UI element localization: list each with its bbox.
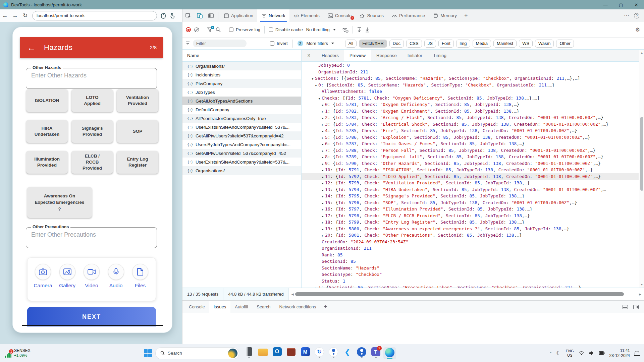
wifi-icon[interactable] [579,351,584,355]
hazard-button[interactable]: HIRA Undertaken [26,120,68,143]
request-row[interactable]: {:}All?contractorCompaniesOnly=true [182,114,301,123]
expand-arrow-icon[interactable]: ▶ [314,285,318,288]
hidden-icons-chevron[interactable]: ^ [550,351,551,355]
files-button[interactable]: Files [129,264,151,301]
chip-img[interactable]: Img [456,40,470,48]
hazard-button[interactable]: Entry Log Register [117,151,158,174]
add-tab-icon[interactable]: + [461,9,471,22]
json-line[interactable]: ▶3: {Id: 5784, Check: "Electrical Shock"… [302,121,639,128]
preview-tab-preview[interactable]: Preview [344,50,371,61]
chip-font[interactable]: Font [438,40,454,48]
json-line[interactable]: ▶16: {Id: 5797, Check: "Illumination Pro… [302,206,639,213]
do-not-disturb-icon[interactable]: ☾ [556,350,561,356]
json-line[interactable]: AllowAttachments: false [302,88,639,95]
tab-console[interactable]: Console✕ [324,9,356,22]
preview-vertical-scrollbar[interactable]: ▲ ▼ [639,50,644,288]
scrollbar-thumb[interactable] [640,117,643,191]
teams-icon[interactable]: T1 [371,347,380,356]
request-row[interactable]: {:}GetAllJobTypesAndSections [182,97,301,105]
request-row[interactable]: {:}UsersByJobTypesAndCompany?companyId=.… [182,140,301,149]
stocks-widget[interactable]: 1 SENSEX +1.09% [0,348,67,358]
json-line[interactable]: ▶19: {Id: 5800, Check: "Awareness on exp… [302,226,639,232]
throttling-dropdown[interactable]: No throttling [306,27,330,32]
start-button[interactable] [144,349,152,357]
import-har-icon[interactable] [357,27,362,33]
export-har-icon[interactable] [365,27,370,33]
chip-ws[interactable]: WS [519,40,533,48]
volume-icon[interactable] [589,351,594,355]
other-hazards-field[interactable]: Other Hazards Enter Other Hazards [26,68,157,89]
briefcase-app-icon[interactable] [287,348,296,356]
address-bar[interactable]: localhost/permit-to-work [32,11,157,20]
forward-icon[interactable]: → [10,12,20,19]
hazard-button[interactable]: SOP [117,120,158,143]
taskbar-search[interactable]: Search [155,347,239,359]
chip-media[interactable]: Media [473,40,491,48]
other-precautions-field[interactable]: Other Precautions Enter Other Precaution… [26,227,157,248]
json-line[interactable]: SectionId: 85 [302,258,639,265]
battery-icon[interactable] [599,351,605,355]
tab-application[interactable]: Application [220,9,257,22]
json-line[interactable]: ▶5: {Id: 5786, Check: "Explosion", Secti… [302,134,639,141]
drawer-add-tab-icon[interactable]: + [320,301,331,313]
expand-arrow-icon[interactable]: ▶ [320,233,325,239]
drawer-tab-issues[interactable]: Issues [209,301,231,313]
request-row[interactable]: {:}PtwCompany [182,79,301,88]
expand-arrow-icon[interactable]: ▶ [320,180,325,187]
next-button[interactable]: NEXT [27,307,156,326]
device-emulation-icon[interactable] [194,9,205,22]
clear-icon[interactable] [194,27,199,32]
request-row[interactable]: {:}Organisations/ [182,62,301,70]
scroll-left-icon[interactable]: ◀ [290,293,295,296]
json-line[interactable]: Status: 1 [302,278,639,285]
json-line[interactable]: SectionName: "Hazards" [302,265,639,272]
more-filters-caret-icon[interactable] [331,43,334,44]
help-icon[interactable]: ? [634,13,639,18]
json-line[interactable]: ▶2: {Id: 5783, Check: "Arcing / Flash", … [302,114,639,121]
json-line[interactable]: OrganisationId: 211 [302,245,639,252]
json-line[interactable]: SectionType: "Checkbox" [302,271,639,278]
drawer-expand-icon[interactable] [633,305,639,309]
gallery-button[interactable]: Gallery [57,264,78,301]
expand-arrow-icon[interactable]: ▶ [320,102,325,109]
people-app-icon[interactable] [357,347,366,357]
chip-manifest[interactable]: Manifest [493,40,517,48]
request-row[interactable]: {:}GetAllPtwUsers?siteId=537&companyId=4… [182,131,301,140]
json-line[interactable]: JobTypeId: 0 [302,62,639,69]
minimize-button[interactable]: — [598,0,613,9]
maximize-button[interactable]: ▢ [613,0,629,9]
json-line[interactable]: ▶12: {Id: 5793, Check: "Ventilation Prov… [302,180,639,186]
json-line[interactable]: ▶4: {Id: 5785, Check: "Fire", SectionId:… [302,127,639,134]
request-row[interactable]: {:}DefaultCompany [182,105,301,114]
drawer-tab-search[interactable]: Search [252,301,275,313]
scroll-down-icon[interactable]: ▼ [639,283,644,286]
request-row[interactable]: {:}JobTypes [182,88,301,97]
name-column-header[interactable]: Name [182,50,301,62]
tab-sources[interactable]: Sources [356,9,388,22]
preview-horizontal-scrollbar[interactable]: ◀ ▶ [289,288,644,300]
language-indicator[interactable]: ENGUS [566,349,574,357]
chip-doc[interactable]: Doc [389,40,404,48]
close-preview-icon[interactable]: × [302,50,316,61]
hazard-button[interactable]: ISOLATION [26,89,68,112]
m-app-icon[interactable]: M [301,347,310,356]
json-line[interactable]: ▼Sections: [{SectionId: 85, SectionName:… [302,75,639,82]
record-icon[interactable] [186,27,191,32]
notepad-icon[interactable] [246,347,252,356]
expand-arrow-icon[interactable]: ▶ [320,220,325,226]
file-explorer-icon[interactable] [258,349,268,356]
preserve-log-checkbox[interactable]: Preserve log [229,27,260,32]
camera-button[interactable]: Camera [32,264,54,301]
outlook-icon[interactable]: O [273,347,282,356]
notifications-bell-icon[interactable] [635,351,639,355]
preview-tab-response[interactable]: Response [371,50,402,61]
disable-cache-checkbox[interactable]: Disable cache [269,27,303,32]
video-button[interactable]: Video [81,264,102,301]
more-tabs-icon[interactable]: ⋯ [624,12,629,19]
request-row[interactable]: {:}incidentsites [182,70,301,79]
json-line[interactable]: ▶18: {Id: 5799, Check: "Entry Log Regist… [302,219,639,226]
request-row[interactable]: {:}GetAllPtwUsers?siteId=537&companyId=4… [182,149,301,158]
preview-tab-timing[interactable]: Timing [428,50,452,61]
drawer-tab-console[interactable]: Console [184,301,209,313]
tab-performance[interactable]: Performance [388,9,429,22]
